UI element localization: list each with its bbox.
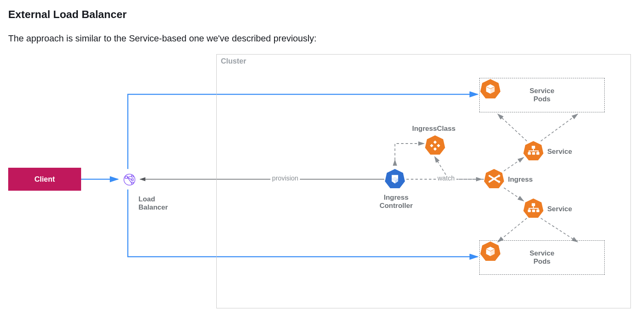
svg-rect-37: [528, 210, 531, 212]
section-heading: External Load Balancer: [8, 8, 636, 21]
service-icon: [523, 198, 544, 219]
intro-paragraph: The approach is similar to the Service-b…: [8, 33, 636, 44]
svg-marker-48: [481, 79, 501, 98]
svg-rect-38: [532, 210, 535, 212]
service-top-label: Service: [547, 148, 572, 156]
ingress-controller-label: Ingress Controller: [378, 194, 415, 210]
svg-marker-22: [425, 135, 445, 155]
cluster-label: Cluster: [221, 57, 246, 66]
edge-label-watch: watch: [436, 175, 456, 182]
service-pods-top-label: Service Pods: [530, 87, 555, 104]
svg-rect-42: [529, 208, 530, 210]
ingress-class-icon: [424, 135, 446, 156]
svg-rect-28: [528, 152, 531, 155]
svg-rect-32: [529, 151, 539, 151]
load-balancer-label: Load Balancer: [138, 195, 168, 212]
ingress-controller-icon: [384, 168, 406, 189]
service-icon: [523, 140, 544, 162]
svg-rect-39: [536, 210, 539, 212]
svg-rect-43: [537, 208, 538, 210]
client-label: Client: [34, 175, 55, 184]
svg-rect-41: [529, 208, 539, 209]
service-pods-top: Service Pods: [479, 78, 605, 112]
pod-icon: [480, 241, 501, 262]
pod-icon: [480, 78, 501, 100]
edge-label-provision: provision: [270, 175, 300, 182]
svg-rect-29: [532, 152, 535, 155]
ingress-class-label: IngressClass: [412, 125, 456, 133]
service-pods-bottom: Service Pods: [479, 240, 605, 275]
svg-marker-56: [481, 242, 501, 261]
svg-rect-34: [537, 151, 538, 152]
ingress-icon: [483, 168, 505, 189]
load-balancer-icon: [119, 169, 140, 190]
architecture-diagram: Cluster Client Load Balancer: [8, 54, 631, 317]
ingress-label: Ingress: [508, 176, 533, 184]
svg-rect-36: [532, 203, 535, 206]
svg-rect-27: [532, 146, 535, 149]
svg-rect-30: [536, 152, 539, 155]
service-bottom-label: Service: [547, 205, 572, 213]
service-pods-bottom-label: Service Pods: [530, 249, 555, 266]
client-node: Client: [8, 168, 81, 191]
svg-rect-33: [529, 151, 530, 152]
